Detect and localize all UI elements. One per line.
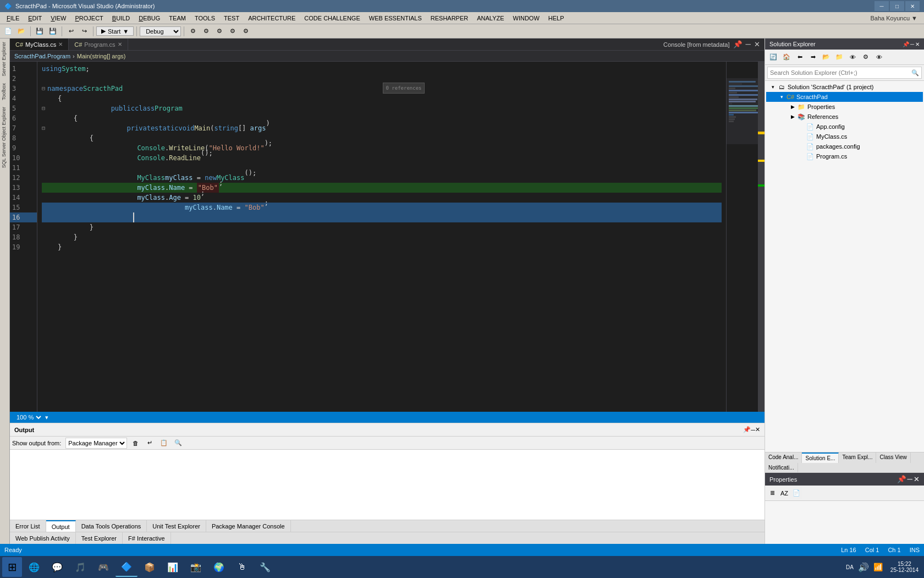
se-hide[interactable]: ─ xyxy=(910,41,914,47)
taskbar-app5[interactable]: 🌍 xyxy=(208,557,230,577)
tab-fsharp[interactable]: F# Interactive xyxy=(123,532,171,544)
minimize-button[interactable]: ─ xyxy=(875,1,889,11)
se-tab-notifications[interactable]: Notificati... xyxy=(765,463,798,472)
tab-data-tools[interactable]: Data Tools Operations xyxy=(76,520,147,532)
sidebar-toolbox[interactable]: Toolbox xyxy=(0,80,9,103)
toolbar-btn4[interactable]: ⚙ xyxy=(227,25,239,37)
output-find[interactable]: 🔍 xyxy=(172,437,184,449)
menu-window[interactable]: WINDOW xyxy=(509,14,544,23)
tree-program[interactable]: 📄 Program.cs xyxy=(766,151,923,161)
se-expand[interactable]: 📂 xyxy=(820,51,832,63)
toolbar-redo[interactable]: ↪ xyxy=(78,25,90,37)
menu-team[interactable]: TEAM xyxy=(164,14,190,23)
menu-tools[interactable]: TOOLS xyxy=(190,14,219,23)
solution-expand-icon[interactable]: ▾ xyxy=(768,83,777,91)
restore-button[interactable]: □ xyxy=(890,1,904,11)
sidebar-server-explorer[interactable]: Server Explorer xyxy=(0,39,9,80)
se-tab-class-view[interactable]: Class View xyxy=(876,452,910,463)
se-back[interactable]: ⬅ xyxy=(794,51,806,63)
se-close[interactable]: ✕ xyxy=(915,41,920,47)
taskbar-clock[interactable]: 15:22 25-12-2014 xyxy=(887,560,922,574)
taskbar-app4[interactable]: 📸 xyxy=(185,557,207,577)
tree-solution[interactable]: ▾ 🗂 Solution 'ScracthPad' (1 project) xyxy=(766,82,923,92)
output-clear[interactable]: 🗑 xyxy=(129,437,141,449)
close-output[interactable]: ✕ xyxy=(755,426,760,433)
output-word-wrap[interactable]: ↵ xyxy=(144,437,156,449)
taskbar-steam[interactable]: 🎮 xyxy=(92,557,114,577)
tree-packages[interactable]: 📄 packages.config xyxy=(766,141,923,151)
hide-output[interactable]: ─ xyxy=(751,427,755,433)
taskbar-network[interactable]: 📶 xyxy=(873,563,883,571)
menu-resharper[interactable]: RESHARPER xyxy=(426,14,472,23)
output-source-select[interactable]: Package Manager Build Debug xyxy=(65,438,127,449)
menu-view[interactable]: VIEW xyxy=(46,14,70,23)
menu-file[interactable]: FILE xyxy=(2,14,24,23)
close-button[interactable]: ✕ xyxy=(905,1,920,11)
taskbar-app6[interactable]: 🖱 xyxy=(231,557,253,577)
prop-categorized[interactable]: ≣ xyxy=(766,487,778,499)
se-tab-team[interactable]: Team Expl... xyxy=(839,452,876,463)
tree-myclass[interactable]: 📄 MyClass.cs xyxy=(766,132,923,141)
taskbar-vs[interactable]: 🔷 xyxy=(116,557,138,577)
menu-project[interactable]: PROJECT xyxy=(70,14,107,23)
prop-pin[interactable]: 📌 xyxy=(897,475,906,483)
pin-output[interactable]: 📌 xyxy=(743,426,751,433)
taskbar-skype[interactable]: 💬 xyxy=(46,557,68,577)
taskbar-volume[interactable]: 🔊 xyxy=(858,562,869,572)
toolbar-open[interactable]: 📂 xyxy=(15,25,28,37)
menu-test[interactable]: TEST xyxy=(219,14,244,23)
tree-references[interactable]: ▶ 📚 References xyxy=(766,112,923,122)
pin-console[interactable]: 📌 xyxy=(733,40,743,48)
start-button[interactable]: ▶ Start ▼ xyxy=(96,26,134,36)
tab-myclass[interactable]: C# MyClass.cs ✕ xyxy=(10,39,69,50)
se-preview[interactable]: 👁 xyxy=(873,51,885,63)
code-editor[interactable]: using System; ⊟namespace ScracthPad 0 re… xyxy=(37,62,726,412)
menu-web-essentials[interactable]: WEB ESSENTIALS xyxy=(365,14,426,23)
prop-alphabetical[interactable]: AZ xyxy=(778,487,790,499)
config-dropdown[interactable]: Debug Release xyxy=(140,26,181,36)
tab-package-manager[interactable]: Package Manager Console xyxy=(206,520,291,532)
tree-project[interactable]: ▾ C# ScracthPad xyxy=(766,92,923,102)
references-expand-icon[interactable]: ▶ xyxy=(788,112,797,121)
output-copy[interactable]: 📋 xyxy=(158,437,170,449)
tree-app-config[interactable]: 📄 App.config xyxy=(766,122,923,132)
se-show-all[interactable]: 👁 xyxy=(846,51,859,63)
tab-unit-test[interactable]: Unit Test Explorer xyxy=(147,520,206,532)
close-console[interactable]: ✕ xyxy=(754,40,760,48)
se-search-input[interactable] xyxy=(770,69,911,76)
toolbar-undo[interactable]: ↩ xyxy=(65,25,77,37)
sidebar-sql-server[interactable]: SQL Server Object Explorer xyxy=(0,103,9,171)
start-menu-button[interactable]: ⊞ xyxy=(2,557,22,577)
prop-pages[interactable]: 📄 xyxy=(790,487,802,499)
close-tab-program[interactable]: ✕ xyxy=(118,41,122,47)
se-pin[interactable]: 📌 xyxy=(903,41,909,47)
menu-build[interactable]: BUILD xyxy=(108,14,134,23)
zoom-select[interactable]: 100 % 75 % 125 % 150 % xyxy=(14,413,43,421)
menu-analyze[interactable]: ANALYZE xyxy=(472,14,508,23)
toolbar-btn1[interactable]: ⚙ xyxy=(187,25,199,37)
hide-console[interactable]: ─ xyxy=(746,40,751,48)
tab-error-list[interactable]: Error List xyxy=(10,520,46,532)
taskbar-app7[interactable]: 🔧 xyxy=(254,557,276,577)
prop-close[interactable]: ✕ xyxy=(914,475,920,483)
se-forward[interactable]: ➡ xyxy=(807,51,819,63)
menu-architecture[interactable]: ARCHITECTURE xyxy=(244,14,300,23)
breadcrumb-method[interactable]: Main(string[] args) xyxy=(77,53,126,59)
tab-output[interactable]: Output xyxy=(46,520,76,532)
se-collapse[interactable]: 📁 xyxy=(833,51,845,63)
menu-help[interactable]: HELP xyxy=(544,14,569,23)
tab-web-publish[interactable]: Web Publish Activity xyxy=(10,532,76,544)
se-home[interactable]: 🏠 xyxy=(780,51,793,63)
se-tab-code-analysis[interactable]: Code Anal... xyxy=(765,452,802,463)
taskbar-app3[interactable]: 📊 xyxy=(162,557,184,577)
menu-edit[interactable]: EDIT xyxy=(24,14,46,23)
tab-test-explorer[interactable]: Test Explorer xyxy=(76,532,123,544)
se-tab-solution[interactable]: Solution E... xyxy=(802,452,839,463)
taskbar-app2[interactable]: 📦 xyxy=(139,557,161,577)
breadcrumb-namespace[interactable]: ScracthPad.Program xyxy=(14,53,70,59)
prop-hide[interactable]: ─ xyxy=(908,475,912,483)
menu-code-challenge[interactable]: CODE CHALLENGE xyxy=(300,14,364,23)
project-expand-icon[interactable]: ▾ xyxy=(777,92,786,101)
taskbar-app1[interactable]: 🎵 xyxy=(69,557,91,577)
close-tab-myclass[interactable]: ✕ xyxy=(58,41,63,47)
